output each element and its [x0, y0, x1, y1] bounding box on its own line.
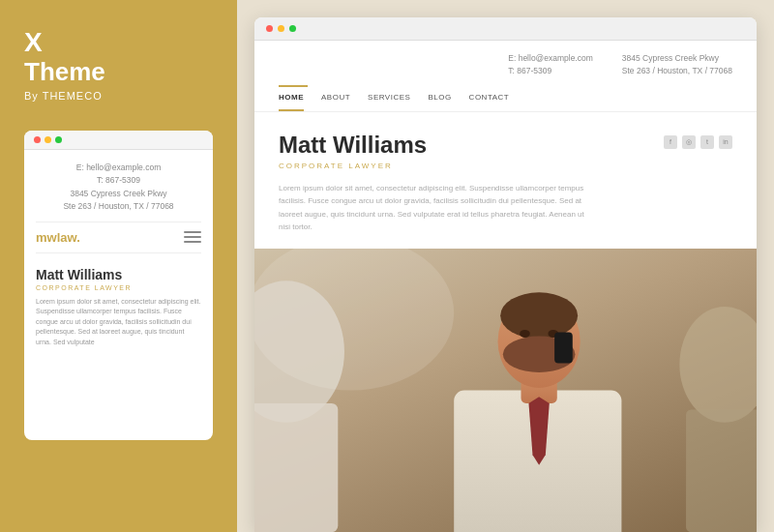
- browser-dot-yellow: [278, 25, 284, 32]
- nav-about[interactable]: ABOUT: [321, 93, 350, 102]
- svg-rect-2: [254, 403, 338, 532]
- header-address1: 3845 Cypress Creek Pkwy: [622, 52, 732, 65]
- logo-theme: Theme: [24, 58, 105, 86]
- mobile-hero: Matt Williams CORPORATE LAWYER Lorem ips…: [36, 263, 201, 354]
- mobile-address2: Ste 263 / Houston, TX / 77068: [36, 200, 201, 214]
- dot-red: [34, 136, 41, 143]
- dot-green: [55, 136, 62, 143]
- mobile-content: E: hello@example.com T: 867-5309 3845 Cy…: [24, 150, 213, 362]
- site-photo: [254, 249, 757, 532]
- nav-home[interactable]: HOME: [279, 93, 304, 111]
- header-address2: Ste 263 / Houston, TX / 77068: [622, 65, 732, 77]
- site-hero-left: Matt Williams CORPORATE LAWYER Lorem ips…: [279, 132, 664, 234]
- social-camera-icon[interactable]: ◎: [682, 135, 696, 149]
- site-hero-text: Lorem ipsum dolor sit amet, consectetur …: [279, 182, 588, 234]
- mobile-hero-title: CORPORATE LAWYER: [36, 284, 201, 291]
- browser-topbar: [254, 17, 757, 41]
- browser-content: E: hello@example.com T: 867-5309 3845 Cy…: [254, 41, 757, 532]
- photo-svg: [254, 249, 757, 532]
- sidebar: X Theme By THEMECO E: hello@example.com …: [0, 0, 237, 532]
- social-twitter-icon[interactable]: t: [700, 135, 714, 149]
- svg-point-6: [500, 292, 578, 339]
- nav-blog[interactable]: BLOG: [428, 93, 451, 102]
- hamburger-line-2: [184, 236, 201, 238]
- site-header: E: hello@example.com T: 867-5309 3845 Cy…: [254, 41, 757, 112]
- header-phone: T: 867-5309: [508, 65, 593, 77]
- contact-right: 3845 Cypress Creek Pkwy Ste 263 / Housto…: [622, 52, 732, 77]
- site-hero-title: CORPORATE LAWYER: [279, 162, 664, 170]
- dot-yellow: [45, 136, 51, 143]
- site-hero: Matt Williams CORPORATE LAWYER Lorem ips…: [254, 112, 757, 249]
- mobile-phone: T: 867-5309: [36, 174, 201, 188]
- site-social-icons: f ◎ t in: [664, 135, 732, 149]
- mobile-address1: 3845 Cypress Creek Pkwy: [36, 188, 201, 201]
- social-linkedin-icon[interactable]: in: [719, 135, 732, 149]
- logo-x: X: [24, 29, 43, 56]
- browser-dot-green: [289, 25, 296, 32]
- browser-dot-red: [266, 25, 273, 32]
- mobile-contact: E: hello@example.com T: 867-5309 3845 Cy…: [36, 162, 201, 222]
- site-logo-bar: [279, 85, 308, 87]
- svg-rect-10: [554, 332, 573, 363]
- browser-window: E: hello@example.com T: 867-5309 3845 Cy…: [254, 17, 757, 532]
- mobile-hero-name: Matt Williams: [36, 267, 201, 282]
- mobile-email: E: hello@example.com: [36, 162, 201, 175]
- hamburger-line-3: [184, 241, 201, 243]
- mobile-topbar: [24, 131, 213, 150]
- logo-by: By THEMECO: [24, 90, 103, 102]
- hamburger-line-1: [184, 231, 201, 233]
- hamburger-icon[interactable]: [184, 231, 201, 243]
- social-facebook-icon[interactable]: f: [664, 135, 677, 149]
- nav-services[interactable]: SERVICES: [368, 93, 410, 102]
- site-header-top: E: hello@example.com T: 867-5309 3845 Cy…: [279, 52, 732, 77]
- mobile-nav: mwlaw.: [36, 230, 201, 253]
- mobile-logo: mwlaw.: [36, 230, 80, 245]
- svg-rect-13: [686, 409, 757, 532]
- svg-point-8: [520, 330, 530, 338]
- main-content: E: hello@example.com T: 867-5309 3845 Cy…: [237, 0, 774, 532]
- sidebar-logo: X Theme By THEMECO: [24, 29, 213, 102]
- contact-left: E: hello@example.com T: 867-5309: [508, 52, 593, 77]
- mobile-preview-card: E: hello@example.com T: 867-5309 3845 Cy…: [24, 131, 213, 440]
- site-nav: HOME ABOUT SERVICES BLOG CONTACT: [279, 93, 732, 111]
- nav-contact[interactable]: CONTACT: [469, 93, 510, 102]
- mobile-hero-text: Lorem ipsum dolor sit amet, consectetur …: [36, 297, 201, 348]
- header-email: E: hello@example.com: [508, 52, 593, 65]
- site-hero-name: Matt Williams: [279, 132, 664, 159]
